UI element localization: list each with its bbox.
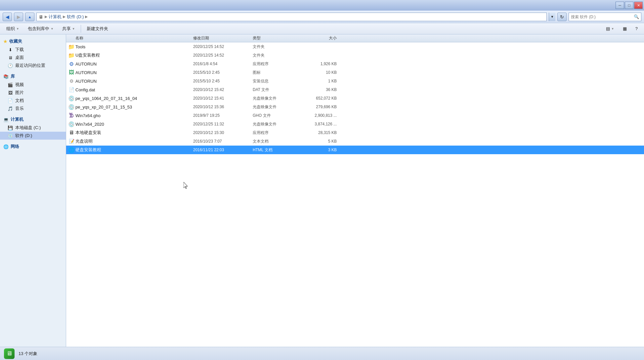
library-button[interactable]: 包含到库中 ▼: [24, 24, 57, 33]
file-type: 光盘映像文件: [253, 96, 299, 101]
sidebar-item-recent[interactable]: 🕐 最近访问的位置: [0, 62, 66, 69]
sidebar-network-header[interactable]: 🌐 网络: [0, 142, 66, 151]
table-row[interactable]: 🌐 硬盘安装教程 2016/11/21 22:03 HTML 文档 3 KB: [66, 146, 644, 154]
file-type: 文件夹: [253, 44, 299, 50]
minimize-button[interactable]: ─: [616, 2, 624, 9]
new-folder-label: 新建文件夹: [87, 26, 108, 32]
sidebar-favorites-header[interactable]: ★ 收藏夹: [0, 37, 66, 46]
recent-icon: 🕐: [7, 63, 13, 68]
breadcrumb-computer[interactable]: 计算机: [49, 14, 62, 20]
app2-icon: 🖥: [69, 130, 74, 136]
file-name: AUTORUN: [75, 79, 193, 84]
status-count: 13 个对象: [19, 351, 37, 357]
file-type: DAT 文件: [253, 87, 299, 93]
table-row[interactable]: 💿 pe_yqs_xp_20_07_31_15_53 2020/10/12 15…: [66, 103, 644, 111]
sidebar-item-drive-d[interactable]: 💿 软件 (D:): [0, 132, 66, 140]
iso-icon: 💿: [68, 104, 75, 110]
new-folder-button[interactable]: 新建文件夹: [83, 24, 112, 33]
sidebar-item-drive-c[interactable]: 💾 本地磁盘 (C:): [0, 124, 66, 132]
file-date: 2020/10/12 15:42: [193, 87, 253, 92]
library-chevron: ▼: [51, 27, 54, 30]
picture-label: 图片: [15, 90, 24, 96]
favorites-label: 收藏夹: [9, 38, 22, 44]
downloads-icon: ⬇: [7, 47, 13, 53]
help-button[interactable]: ?: [632, 24, 641, 33]
table-row[interactable]: 📝 光盘说明 2016/10/23 7:07 文本文档 5 KB: [66, 137, 644, 146]
share-button[interactable]: 共享 ▼: [59, 24, 79, 33]
organize-chevron: ▼: [16, 27, 19, 30]
table-row[interactable]: ⚙ AUTORUN 2015/5/10 2:45 安装信息 1 KB: [66, 77, 644, 85]
file-type: 文件夹: [253, 53, 299, 58]
table-row[interactable]: 🖼 AUTORUN 2015/5/10 2:45 图标 10 KB: [66, 68, 644, 77]
col-header-name[interactable]: 名称: [67, 35, 193, 41]
folder-icon: 📁: [68, 52, 75, 59]
file-type: 光盘映像文件: [253, 104, 299, 110]
sidebar-computer-header[interactable]: 💻 计算机: [0, 115, 66, 124]
file-icon-cell: 🖼: [67, 69, 75, 75]
sidebar-item-document[interactable]: 📄 文档: [0, 97, 66, 105]
file-date: 2016/1/8 4:54: [193, 62, 253, 66]
search-bar: 🔍: [569, 13, 641, 21]
iso-icon: 💿: [68, 95, 75, 102]
file-name: pe_yqs_xp_20_07_31_15_53: [75, 105, 193, 110]
sidebar-library-header[interactable]: 📚 库: [0, 72, 66, 81]
col-header-size[interactable]: 大小: [299, 35, 342, 41]
desktop-label: 桌面: [15, 55, 24, 61]
file-date: 2016/10/23 7:07: [193, 139, 253, 144]
sidebar-item-desktop[interactable]: 🖥 桌面: [0, 54, 66, 62]
forward-button[interactable]: ▶: [14, 13, 23, 21]
table-row[interactable]: 🖥 本地硬盘安装 2020/10/12 15:30 应用程序 28,315 KB: [66, 128, 644, 137]
sidebar-item-video[interactable]: 🎬 视频: [0, 81, 66, 89]
file-icon-cell: 💿: [67, 104, 75, 110]
table-row[interactable]: 📁 Tools 2020/12/25 14:52 文件夹: [66, 42, 644, 51]
file-date: 2020/12/25 14:52: [193, 53, 253, 58]
text-icon: 📝: [69, 139, 74, 144]
file-icon-cell: 📁: [67, 44, 75, 50]
breadcrumb-sep-3: ▶: [85, 15, 88, 19]
refresh-button[interactable]: ↻: [557, 13, 567, 21]
up-button[interactable]: ▲: [25, 13, 34, 21]
breadcrumb-sep-2: ▶: [63, 15, 65, 19]
organize-button[interactable]: 组织 ▼: [3, 24, 23, 33]
file-date: 2015/5/10 2:45: [193, 70, 253, 75]
file-icon-cell: 💿: [67, 95, 75, 102]
file-date: 2019/9/7 19:25: [193, 113, 253, 118]
file-size: 36 KB: [299, 87, 342, 92]
file-date: 2020/10/12 15:30: [193, 130, 253, 135]
filelist-header: 名称 修改日期 类型 大小: [66, 34, 644, 42]
file-icon-cell: 🌐: [67, 147, 75, 153]
table-row[interactable]: 💿 Win7x64_2020 2020/12/25 11:32 光盘映像文件 3…: [66, 120, 644, 128]
table-row[interactable]: 📁 U盘安装教程 2020/12/25 14:52 文件夹: [66, 51, 644, 60]
iso-icon: 💿: [68, 121, 75, 127]
toolbar: 组织 ▼ 包含到库中 ▼ 共享 ▼ 新建文件夹 ▤ ▼ ▦ ?: [0, 23, 644, 34]
table-row[interactable]: 💿 pe_yqs_1064_20_07_31_16_04 2020/10/12 …: [66, 94, 644, 103]
drive-c-label: 本地磁盘 (C:): [15, 125, 41, 131]
breadcrumb-dropdown[interactable]: ▼: [549, 13, 555, 21]
change-view-button[interactable]: ▦: [619, 24, 630, 33]
sidebar-item-music[interactable]: 🎵 音乐: [0, 105, 66, 112]
breadcrumb-bar: 🖥 ▶ 计算机 ▶ 软件 (D:) ▶: [36, 13, 547, 21]
col-header-date[interactable]: 修改日期: [193, 35, 253, 41]
maximize-button[interactable]: □: [625, 2, 633, 9]
file-type: 图标: [253, 70, 299, 75]
file-name: 硬盘安装教程: [75, 147, 193, 153]
video-icon: 🎬: [7, 82, 13, 88]
search-input[interactable]: [571, 15, 632, 19]
table-row[interactable]: 🗜 Win7x64.gho 2019/9/7 19:25 GHO 文件 2,90…: [66, 111, 644, 120]
view-icon: ▤: [606, 26, 610, 31]
table-row[interactable]: ⚙ AUTORUN 2016/1/8 4:54 应用程序 1,926 KB: [66, 60, 644, 68]
view-toggle-button[interactable]: ▤ ▼: [602, 24, 618, 33]
filelist-area: 名称 修改日期 类型 大小 📁 Tools 2020/12/25 14:52 文…: [66, 34, 644, 347]
file-type: 光盘映像文件: [253, 121, 299, 127]
sidebar-item-downloads[interactable]: ⬇ 下载: [0, 46, 66, 54]
back-button[interactable]: ◀: [3, 13, 12, 21]
breadcrumb-drive[interactable]: 软件 (D:): [67, 14, 84, 20]
toolbar-right: ▤ ▼ ▦ ?: [602, 24, 641, 33]
close-button[interactable]: ✕: [634, 2, 643, 9]
file-name: Win7x64_2020: [75, 122, 193, 127]
table-row[interactable]: 📄 Config.dat 2020/10/12 15:42 DAT 文件 36 …: [66, 85, 644, 94]
sidebar-item-picture[interactable]: 🖼 图片: [0, 89, 66, 97]
window-controls: ─ □ ✕: [616, 2, 643, 9]
col-header-type[interactable]: 类型: [253, 35, 299, 41]
computer-section-icon: 💻: [3, 117, 9, 122]
